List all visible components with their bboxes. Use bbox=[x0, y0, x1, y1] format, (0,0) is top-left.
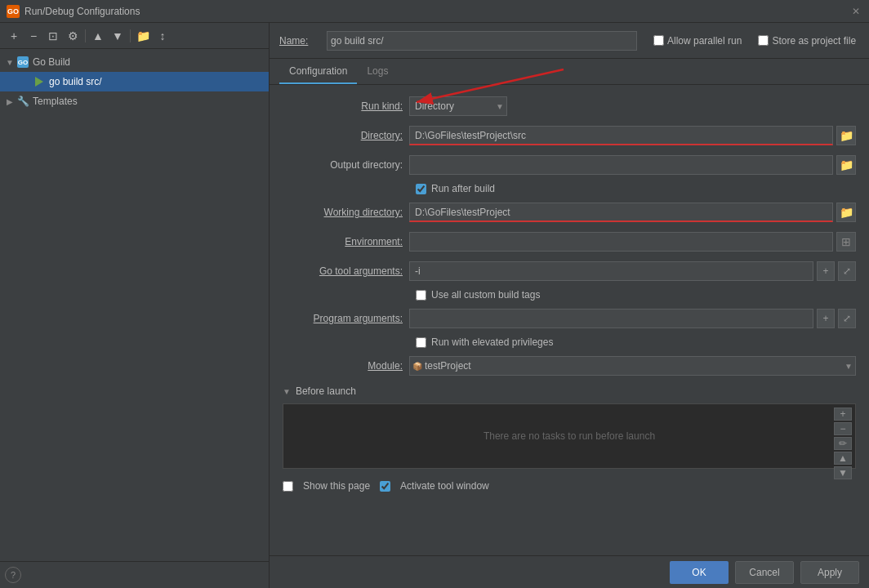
before-launch-header[interactable]: ▼ Before launch bbox=[283, 385, 856, 397]
before-launch-add-button[interactable]: + bbox=[834, 408, 852, 421]
directory-row: Directory: 📁 bbox=[283, 124, 856, 147]
left-bottom: ? bbox=[0, 561, 269, 588]
run-kind-select-wrap: Directory File Package ▼ bbox=[409, 96, 507, 116]
settings-config-button[interactable]: ⚙ bbox=[64, 27, 82, 45]
copy-config-button[interactable]: ⊡ bbox=[44, 27, 62, 45]
parallel-run-label: Allow parallel run bbox=[667, 35, 742, 47]
run-after-build-label: Run after build bbox=[431, 183, 495, 194]
before-launch-section: ▼ Before launch There are no tasks to ru… bbox=[283, 385, 856, 469]
main-container: + − ⊡ ⚙ ▲ ▼ 📁 ↕ ▼ GO Go Build bbox=[0, 23, 869, 588]
directory-control: 📁 bbox=[409, 126, 856, 145]
run-elevated-row: Run with elevated privileges bbox=[283, 336, 856, 348]
footer: OK Cancel Apply bbox=[270, 555, 869, 588]
templates-label: Templates bbox=[33, 96, 78, 107]
app-icon: GO bbox=[7, 5, 20, 18]
tree-expand-templates[interactable]: ▶ bbox=[3, 97, 16, 106]
help-button[interactable]: ? bbox=[5, 567, 21, 583]
sort-button[interactable]: ↕ bbox=[154, 27, 172, 45]
module-control: 📦 testProject ▼ bbox=[409, 356, 856, 376]
tab-configuration[interactable]: Configuration bbox=[279, 59, 357, 84]
gobuild-child-label: go build src/ bbox=[49, 76, 102, 87]
apply-button[interactable]: Apply bbox=[800, 561, 859, 584]
program-args-input[interactable] bbox=[409, 309, 813, 328]
before-launch-empty-message: There are no tasks to run before launch bbox=[484, 430, 655, 442]
go-tool-args-add-button[interactable]: + bbox=[817, 261, 835, 281]
custom-build-tags-label: Use all custom build tags bbox=[431, 289, 540, 301]
run-elevated-label: Run with elevated privileges bbox=[431, 336, 553, 348]
module-select-wrap: 📦 testProject ▼ bbox=[409, 356, 856, 376]
go-tool-args-input[interactable] bbox=[409, 261, 813, 281]
show-this-page-checkbox[interactable] bbox=[283, 481, 293, 492]
move-down-button[interactable]: ▼ bbox=[109, 27, 127, 45]
go-tool-args-expand-button[interactable]: ⤢ bbox=[838, 261, 856, 281]
directory-browse-button[interactable]: 📁 bbox=[836, 126, 856, 145]
before-launch-up-button[interactable]: ▲ bbox=[834, 452, 852, 465]
tree-templates[interactable]: ▶ 🔧 Templates bbox=[0, 91, 269, 111]
parallel-run-checkbox[interactable] bbox=[653, 35, 664, 46]
tree-gobuild-child[interactable]: go build src/ bbox=[0, 72, 269, 91]
working-dir-browse-button[interactable]: 📁 bbox=[836, 203, 856, 222]
parallel-run-option: Allow parallel run bbox=[653, 35, 742, 47]
custom-build-tags-row: Use all custom build tags bbox=[283, 289, 856, 301]
templates-icon: 🔧 bbox=[16, 95, 29, 108]
program-args-add-button[interactable]: + bbox=[817, 309, 835, 328]
environment-label: Environment: bbox=[283, 236, 409, 247]
store-project-checkbox[interactable] bbox=[758, 35, 769, 46]
output-dir-browse-button[interactable]: 📁 bbox=[836, 155, 856, 175]
program-args-row: Program arguments: + ⤢ bbox=[283, 307, 856, 330]
environment-row: Environment: ⊞ bbox=[283, 230, 856, 253]
run-after-build-checkbox[interactable] bbox=[416, 184, 426, 194]
tree-area: ▼ GO Go Build go build src/ ▶ 🔧 Template… bbox=[0, 49, 269, 561]
custom-build-tags-checkbox[interactable] bbox=[416, 290, 426, 301]
title-bar: GO Run/Debug Configurations ✕ bbox=[0, 0, 869, 23]
run-kind-control: Directory File Package ▼ bbox=[409, 96, 856, 116]
name-input[interactable] bbox=[327, 31, 637, 51]
tab-logs[interactable]: Logs bbox=[357, 59, 398, 84]
title-bar-text: Run/Debug Configurations bbox=[25, 6, 140, 17]
module-select[interactable]: testProject bbox=[409, 356, 856, 376]
run-kind-label: Run kind: bbox=[283, 100, 409, 112]
tree-expand-gobuild[interactable]: ▼ bbox=[3, 58, 16, 67]
run-icon bbox=[33, 75, 46, 88]
go-tool-args-row: Go tool arguments: + ⤢ bbox=[283, 260, 856, 283]
move-up-button[interactable]: ▲ bbox=[89, 27, 107, 45]
program-args-expand-button[interactable]: ⤢ bbox=[838, 309, 856, 328]
add-config-button[interactable]: + bbox=[5, 27, 23, 45]
working-dir-label: Working directory: bbox=[283, 207, 409, 218]
output-dir-input[interactable] bbox=[409, 155, 833, 175]
environment-control: ⊞ bbox=[409, 232, 856, 252]
remove-config-button[interactable]: − bbox=[25, 27, 42, 45]
before-launch-edit-button[interactable]: ✏ bbox=[834, 437, 852, 450]
module-row: Module: 📦 testProject ▼ bbox=[283, 354, 856, 377]
name-label: Name: bbox=[279, 35, 320, 47]
config-area: Run kind: Directory File Package ▼ Direc… bbox=[270, 85, 869, 555]
directory-label: Directory: bbox=[283, 130, 409, 141]
tree-gobuild-parent[interactable]: ▼ GO Go Build bbox=[0, 52, 269, 72]
before-launch-expand-icon: ▼ bbox=[283, 387, 291, 396]
environment-input[interactable] bbox=[409, 232, 833, 252]
right-panel: Name: Allow parallel run Store as projec… bbox=[270, 23, 869, 588]
cancel-button[interactable]: Cancel bbox=[735, 561, 794, 584]
toolbar-separator2 bbox=[130, 29, 131, 42]
before-launch-buttons: + − ✏ ▲ ▼ bbox=[834, 408, 852, 465]
working-dir-input[interactable] bbox=[409, 203, 833, 222]
before-launch-area: There are no tasks to run before launch … bbox=[283, 403, 856, 469]
environment-edit-button[interactable]: ⊞ bbox=[836, 232, 856, 252]
left-panel: + − ⊡ ⚙ ▲ ▼ 📁 ↕ ▼ GO Go Build bbox=[0, 23, 270, 588]
module-label: Module: bbox=[283, 360, 409, 372]
ok-button[interactable]: OK bbox=[670, 561, 729, 584]
folder-button[interactable]: 📁 bbox=[134, 27, 152, 45]
go-tool-args-label: Go tool arguments: bbox=[283, 265, 409, 277]
directory-input[interactable] bbox=[409, 126, 833, 145]
run-elevated-checkbox[interactable] bbox=[416, 337, 426, 348]
close-button[interactable]: ✕ bbox=[849, 5, 862, 18]
module-icon: 📦 bbox=[412, 362, 422, 371]
program-args-label: Program arguments: bbox=[283, 313, 409, 324]
activate-tool-window-checkbox[interactable] bbox=[380, 481, 390, 492]
tabs-bar: Configuration Logs bbox=[270, 59, 869, 85]
before-launch-remove-button[interactable]: − bbox=[834, 422, 852, 435]
run-kind-select[interactable]: Directory File Package bbox=[409, 96, 507, 116]
output-dir-label: Output directory: bbox=[283, 159, 409, 171]
store-project-option: Store as project file bbox=[758, 35, 856, 47]
before-launch-down-button[interactable]: ▼ bbox=[834, 466, 852, 479]
